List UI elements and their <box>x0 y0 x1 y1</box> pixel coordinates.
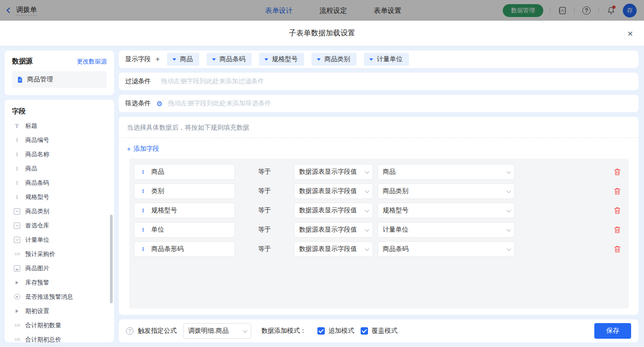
gear-icon[interactable]: ⚙ <box>156 100 162 107</box>
add-display-field-icon[interactable]: + <box>155 55 160 63</box>
divider <box>598 7 599 14</box>
rule-source-select[interactable]: 数据源表显示字段值 <box>294 183 373 199</box>
avatar[interactable]: 存 <box>623 4 637 17</box>
field-item-label: 商品图片 <box>25 264 49 273</box>
trigger-formula-select[interactable]: 调拨明细.商品 <box>183 323 251 339</box>
chevron-down-icon <box>506 188 511 193</box>
rule-value-select[interactable]: 计量单位 <box>378 222 515 238</box>
chevron-down-icon <box>506 208 511 212</box>
delete-rule-trash-icon[interactable] <box>614 245 621 253</box>
modal-body: 数据源 更改数据源 商品管理 字段 T标题I商品编号I商品名称I商品I商品条码I… <box>0 46 644 347</box>
field-item[interactable]: 商品类别 <box>12 204 114 218</box>
trigger-help-icon[interactable]: ? <box>126 327 133 335</box>
field-item[interactable]: 库存预警 <box>12 275 114 290</box>
text-field-icon: I <box>139 226 147 233</box>
add-field-label: 添加字段 <box>133 145 159 153</box>
rule-target-field[interactable]: I单位 <box>134 222 235 238</box>
footer-bar: ? 触发指定公式 调拨明细.商品 数据添加模式： 追加模式覆盖模式 保存 <box>119 319 638 342</box>
divider <box>574 7 575 14</box>
display-field-tag[interactable]: 商品 <box>167 53 199 66</box>
rule-target-field[interactable]: I商品条形码 <box>134 241 235 257</box>
rule-source-select[interactable]: 数据源表显示字段值 <box>294 222 373 238</box>
display-field-tag-label: 计量单位 <box>377 55 402 63</box>
field-item-label: 商品类别 <box>25 207 49 216</box>
display-field-tag[interactable]: 商品类别 <box>311 53 356 66</box>
notification-bell-icon[interactable] <box>605 5 616 16</box>
help-icon[interactable]: ? <box>581 5 592 16</box>
data-manage-button[interactable]: 数据管理 <box>503 4 543 17</box>
rules-note: 当选择具体数据后，将按如下规则填充数据 <box>119 117 638 137</box>
delete-rule-trash-icon[interactable] <box>614 226 621 233</box>
delete-rule-trash-icon[interactable] <box>614 188 621 195</box>
text-field-icon: I <box>139 168 147 176</box>
field-item[interactable]: 123合计期初总价 <box>12 332 114 342</box>
save-button[interactable]: 保存 <box>594 323 631 339</box>
display-field-tag[interactable]: 商品条码 <box>207 53 252 66</box>
rule-value-select[interactable]: 规格型号 <box>378 203 515 218</box>
chevron-down-icon <box>506 227 511 232</box>
display-field-tag[interactable]: 规格型号 <box>259 53 304 66</box>
field-item[interactable]: 是否推送预警消息 <box>12 290 114 304</box>
topbar-tab-3[interactable]: 表单设置 <box>374 0 402 21</box>
field-item-label: 商品条码 <box>25 179 49 187</box>
field-item[interactable]: 期初设置 <box>12 304 114 318</box>
rule-source-select[interactable]: 数据源表显示字段值 <box>294 203 373 218</box>
add-field-button[interactable]: + 添加字段 <box>119 138 167 159</box>
delete-rule-trash-icon[interactable] <box>614 207 621 214</box>
mode-option-2[interactable]: 覆盖模式 <box>361 327 397 335</box>
topbar-tab-2[interactable]: 流程设定 <box>320 0 347 21</box>
field-item[interactable]: I商品名称 <box>12 147 114 161</box>
field-item[interactable]: 商品图片 <box>12 261 114 275</box>
display-field-tag[interactable]: 计量单位 <box>364 53 409 66</box>
checkbox-checked-icon[interactable] <box>317 327 325 335</box>
field-item[interactable]: I规格型号 <box>12 190 114 204</box>
rule-target-field-label: 规格型号 <box>151 206 177 215</box>
datasource-item[interactable]: 商品管理 <box>12 71 107 88</box>
field-item[interactable]: I商品编号 <box>12 133 114 147</box>
text-field-icon: I <box>13 137 21 144</box>
field-item[interactable]: 计量单位 <box>12 233 114 247</box>
rule-target-field[interactable]: I商品 <box>134 164 235 180</box>
rule-target-field[interactable]: I规格型号 <box>134 203 235 218</box>
dropdown-triangle-icon <box>369 58 373 61</box>
field-item[interactable]: 123预计采购价 <box>12 247 114 261</box>
change-datasource-link[interactable]: 更改数据源 <box>77 57 107 66</box>
dropdown-triangle-icon <box>212 58 216 61</box>
rule-operator: 等于 <box>258 187 294 195</box>
filter-condition-card[interactable]: 过滤条件 拖动左侧字段到此处来添加过滤条件 <box>119 73 638 90</box>
dropdown-triangle-icon <box>264 58 268 61</box>
chevron-down-icon <box>506 169 511 174</box>
rule-source-value: 数据源表显示字段值 <box>299 187 357 195</box>
rule-value-select[interactable]: 商品 <box>378 164 515 180</box>
rule-value-select[interactable]: 商品条码 <box>378 241 515 257</box>
chevron-down-icon <box>243 328 247 333</box>
text-field-icon: I <box>139 188 147 195</box>
datasource-item-label: 商品管理 <box>27 75 53 84</box>
back-icon[interactable] <box>6 7 12 13</box>
svg-text:A: A <box>561 8 564 13</box>
checkbox-checked-icon[interactable] <box>361 327 368 335</box>
mode-option-1[interactable]: 追加模式 <box>317 327 354 335</box>
fields-scrollbar[interactable] <box>110 215 113 303</box>
field-item[interactable]: 123合计期初数量 <box>12 318 114 332</box>
number-field-icon: 123 <box>13 336 21 343</box>
close-icon[interactable]: × <box>627 29 633 38</box>
rule-source-select[interactable]: 数据源表显示字段值 <box>294 241 373 257</box>
rule-value: 计量单位 <box>383 226 408 234</box>
field-item[interactable]: T标题 <box>12 119 114 133</box>
chevron-down-icon <box>506 246 511 251</box>
select-field-icon <box>13 222 21 229</box>
topbar-tab-1[interactable]: 表单设计 <box>265 0 293 21</box>
rule-target-field[interactable]: I类别 <box>134 183 235 199</box>
screen-condition-card[interactable]: 筛选条件 ⚙ 拖动左侧字段到此处来添加筛选条件 <box>119 95 638 112</box>
display-field-tag-label: 商品类别 <box>324 55 350 63</box>
field-item-label: 商品编号 <box>25 136 49 144</box>
contacts-icon[interactable]: A <box>557 5 568 16</box>
field-item[interactable]: 首选仓库 <box>12 218 114 233</box>
rule-source-select[interactable]: 数据源表显示字段值 <box>294 164 373 180</box>
form-name[interactable]: 调拨单 <box>16 6 37 16</box>
field-item[interactable]: I商品条码 <box>12 176 114 190</box>
rule-value-select[interactable]: 商品类别 <box>378 183 515 199</box>
field-item[interactable]: I商品 <box>12 161 114 176</box>
delete-rule-trash-icon[interactable] <box>614 168 621 176</box>
